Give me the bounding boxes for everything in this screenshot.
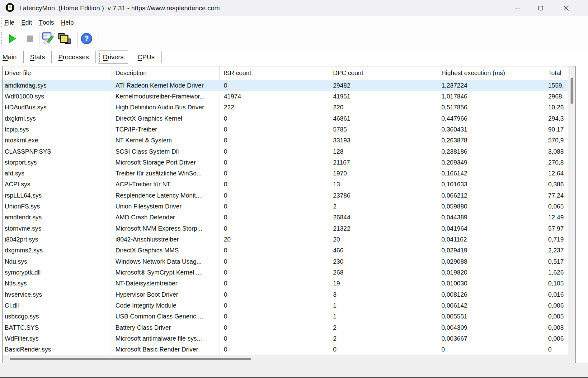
- tab-processes[interactable]: Processes: [52, 51, 95, 63]
- vertical-scrollbar-thumb[interactable]: [571, 78, 573, 104]
- table-row[interactable]: ntoskrnl.exeNT Kernel & System0331930,26…: [3, 135, 568, 146]
- play-icon: [9, 34, 16, 43]
- table-row[interactable]: WdFilter.sysMicrosoft antimalware file s…: [3, 333, 568, 344]
- cell-total: 90,17: [544, 124, 568, 135]
- cell-isr-count: 0: [220, 223, 329, 234]
- vertical-scrollbar[interactable]: [568, 66, 575, 355]
- tab-cpus[interactable]: CPUs: [131, 51, 161, 63]
- column-header-total[interactable]: Total: [544, 66, 568, 80]
- tab-label: PUs: [142, 53, 155, 60]
- menu-item-label: elp: [65, 19, 74, 26]
- table-row[interactable]: ACPI.sysACPI-Treiber für NT0130,1016330,…: [3, 179, 568, 190]
- table-row[interactable]: BATTC.SYSBattery Class Driver020,0043090…: [3, 322, 568, 333]
- table-row[interactable]: storport.sysMicrosoft Storage Port Drive…: [3, 157, 568, 168]
- horizontal-scrollbar[interactable]: [3, 355, 575, 363]
- cell-highest-execution-ms: 0,066212: [437, 190, 544, 201]
- cell-highest-execution-ms: 1,237224: [437, 80, 544, 91]
- tab-accesskey: M: [2, 53, 8, 60]
- cell-description: Microsoft NVM Express Storp...: [111, 223, 220, 234]
- menu-item-edit[interactable]: Edit: [18, 16, 35, 29]
- help-button[interactable]: ?: [80, 31, 93, 46]
- cell-total: 570,9: [544, 135, 568, 146]
- cell-description: Hypervisor Boot Driver: [111, 289, 220, 300]
- cell-driver-file: CI.dll: [3, 300, 111, 311]
- cell-dpc-count: 1970: [329, 168, 437, 179]
- cell-description: NT Kernel & System: [111, 135, 220, 146]
- toolbar-gripper[interactable]: [1, 32, 2, 45]
- cell-driver-file: CLASSPNP.SYS: [3, 146, 111, 157]
- cell-highest-execution-ms: 0,029419: [437, 245, 544, 256]
- cell-isr-count: 20: [220, 234, 329, 245]
- cell-isr-count: 0: [220, 135, 329, 146]
- stop-monitor-button[interactable]: [23, 31, 37, 46]
- table-row[interactable]: UnionFS.sysUnion Filesystem Driver020,05…: [3, 201, 568, 212]
- tab-label: ain: [8, 53, 17, 60]
- horizontal-scrollbar-thumb[interactable]: [10, 358, 251, 360]
- cell-total: 57,97: [544, 223, 568, 234]
- cell-dpc-count: 0: [329, 344, 437, 355]
- cell-isr-count: 0: [220, 278, 329, 289]
- table-row[interactable]: BasicRender.sysMicrosoft Basic Render Dr…: [3, 344, 568, 355]
- cell-description: Battery Class Driver: [111, 322, 220, 333]
- tab-label: tats: [35, 53, 45, 60]
- cell-dpc-count: 230: [329, 256, 437, 267]
- edit-monitor-options-button[interactable]: [41, 31, 55, 46]
- cell-driver-file: dxgmms2.sys: [3, 245, 111, 256]
- table-row[interactable]: HDAudBus.sysHigh Definition Audio Bus Dr…: [3, 102, 568, 113]
- table-row[interactable]: Wdf01000.sysKernelmodustreiber-Framewor.…: [3, 91, 568, 102]
- cell-description: Microsoft Basic Render Driver: [111, 344, 220, 355]
- table-row[interactable]: Ndu.sysWindows Network Data Usag...02300…: [3, 256, 568, 267]
- copy-report-button[interactable]: [58, 31, 72, 46]
- column-header-isr-count[interactable]: ISR count: [220, 66, 329, 80]
- table-row[interactable]: dxgmms2.sysDirectX Graphics MMS04660,029…: [3, 245, 568, 256]
- table-row[interactable]: usbccgp.sysUSB Common Class Generic ...0…: [3, 311, 568, 322]
- cell-description: Microsoft Storage Port Driver: [111, 157, 220, 168]
- table-row[interactable]: i8042prt.sysi8042-Anschlusstreiber20200,…: [3, 234, 568, 245]
- table-row[interactable]: Ntfs.sysNT-Dateisystemtreiber0190,010030…: [3, 278, 568, 289]
- cell-dpc-count: 19: [329, 278, 437, 289]
- table-row[interactable]: tcpip.sysTCP/IP-Treiber057850,36043190,1…: [3, 124, 568, 135]
- cell-driver-file: i8042prt.sys: [3, 234, 111, 245]
- cell-isr-count: 0: [220, 190, 329, 201]
- cell-total: 0,386: [544, 179, 568, 190]
- table-row[interactable]: afd.sysTreiber für zusätzliche WinSo...0…: [3, 168, 568, 179]
- table-row[interactable]: dxgkrnl.sysDirectX Graphics Kernel046861…: [3, 113, 568, 124]
- close-button[interactable]: [556, 0, 576, 16]
- cell-total: 0,065: [544, 201, 568, 212]
- tab-drivers[interactable]: Drivers: [98, 50, 128, 64]
- table-row[interactable]: amdkmdag.sysATI Radeon Kernel Mode Drive…: [3, 80, 568, 91]
- table-row[interactable]: stornvme.sysMicrosoft NVM Express Storp.…: [3, 223, 568, 234]
- tab-stats[interactable]: Stats: [24, 51, 52, 63]
- cell-highest-execution-ms: 0,101633: [437, 179, 544, 190]
- minimize-button[interactable]: [507, 0, 528, 16]
- table-header-row: Driver fileDescriptionISR countDPC count…: [3, 66, 568, 80]
- cell-driver-file: amdfendr.sys: [3, 212, 111, 223]
- menubar-gripper[interactable]: [1, 18, 2, 27]
- menu-item-tools[interactable]: Tools: [35, 16, 58, 29]
- menu-item-file[interactable]: File: [0, 16, 18, 29]
- tab-main[interactable]: Main: [0, 51, 23, 63]
- tab-label: rocesses: [63, 53, 89, 60]
- cell-isr-count: 0: [220, 124, 329, 135]
- menu-item-help[interactable]: Help: [58, 16, 77, 29]
- start-monitor-button[interactable]: [6, 31, 19, 46]
- cell-total: 0,016: [544, 289, 568, 300]
- table-row[interactable]: CI.dllCode Integrity Module010,0061420,0…: [3, 300, 568, 311]
- cell-description: Union Filesystem Driver: [111, 201, 220, 212]
- cell-highest-execution-ms: 0,008126: [437, 289, 544, 300]
- table-row[interactable]: hvservice.sysHypervisor Boot Driver030,0…: [3, 289, 568, 300]
- table-row[interactable]: amdfendr.sysAMD Crash Defender0268440,04…: [3, 212, 568, 223]
- table-row[interactable]: CLASSPNP.SYSSCSI Class System Dll01280,2…: [3, 146, 568, 157]
- cell-highest-execution-ms: 0: [437, 344, 544, 355]
- cell-highest-execution-ms: 0,004309: [437, 322, 544, 333]
- table-row[interactable]: rspLLL64.sysResplendence Latency Monit..…: [3, 190, 568, 201]
- maximize-button[interactable]: [530, 0, 551, 16]
- cell-dpc-count: 2: [329, 201, 437, 212]
- column-header-description[interactable]: Description: [111, 66, 220, 80]
- column-header-dpc-count[interactable]: DPC count: [329, 66, 437, 80]
- cell-dpc-count: 33193: [329, 135, 437, 146]
- cell-description: ACPI-Treiber für NT: [111, 179, 220, 190]
- column-header-driver-file[interactable]: Driver file: [3, 66, 111, 80]
- table-row[interactable]: symcryptk.dllMicrosoft® SymCrypt Kernel …: [3, 267, 568, 278]
- column-header-highest-execution-ms[interactable]: Highest execution (ms): [437, 66, 544, 80]
